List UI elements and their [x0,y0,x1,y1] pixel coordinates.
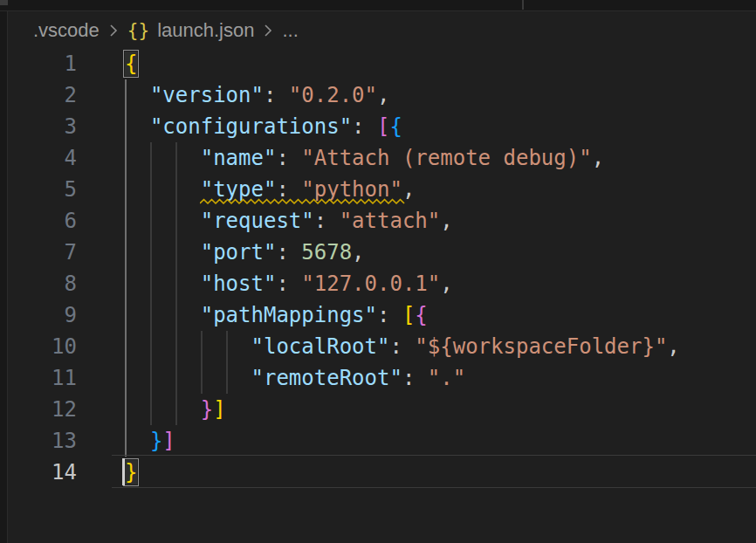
code-line[interactable]: 3 "configurations": [{ [9,111,756,142]
line-content: "configurations": [{ [125,111,402,142]
line-number[interactable]: 13 [9,425,77,457]
line-content: "localRoot": "${workspaceFolder}", [125,331,680,362]
line-content: { [125,48,137,79]
code-line[interactable]: 6 "request": "attach", [9,205,756,237]
code-line[interactable]: 1{ [9,48,756,79]
line-content: "remoteRoot": "." [125,362,465,394]
window-chrome-fragment [0,0,8,5]
code-line[interactable]: 12 }] [9,394,756,425]
line-content: "host": "127.0.0.1", [125,268,453,299]
breadcrumb-folder[interactable]: .vscode [33,19,100,42]
code-editor[interactable]: 1{2 "version": "0.2.0",3 "configurations… [9,48,756,488]
line-content: }] [125,425,175,457]
sidebar-edge [0,11,8,543]
line-number[interactable]: 9 [9,299,77,331]
json-braces-icon: {} [127,20,149,41]
line-number[interactable]: 10 [9,331,77,362]
breadcrumb: .vscode {} launch.json ... [33,17,299,45]
warning-squiggle [200,197,406,206]
code-line[interactable]: 10 "localRoot": "${workspaceFolder}", [9,331,756,362]
line-number[interactable]: 2 [9,79,77,111]
code-line[interactable]: 7 "port": 5678, [9,237,756,268]
line-number[interactable]: 7 [9,237,77,268]
code-line[interactable]: 11 "remoteRoot": "." [9,362,756,394]
chevron-right-icon [107,21,120,40]
line-content: "name": "Attach (remote debug)", [125,142,604,174]
line-number[interactable]: 11 [9,362,77,394]
vscode-window: .vscode {} launch.json ... 1{2 "version"… [0,0,756,543]
editor-tab-bar[interactable] [0,0,756,11]
line-content: } [125,457,137,488]
matched-bracket: { [125,52,137,76]
code-line[interactable]: 2 "version": "0.2.0", [9,79,756,111]
line-number[interactable]: 3 [9,111,77,142]
matched-bracket: } [125,460,137,485]
code-line[interactable]: 13 }] [9,425,756,457]
line-content: "version": "0.2.0", [125,79,389,111]
line-number[interactable]: 6 [9,205,77,237]
code-line[interactable]: 4 "name": "Attach (remote debug)", [9,142,756,174]
breadcrumb-file[interactable]: launch.json [157,19,254,42]
code-line[interactable]: 8 "host": "127.0.0.1", [9,268,756,299]
line-content: "port": 5678, [125,237,365,268]
line-number[interactable]: 1 [9,48,77,79]
line-number[interactable]: 5 [9,174,77,205]
line-content: "pathMappings": [{ [125,299,428,331]
text-cursor [122,458,125,485]
line-number[interactable]: 12 [9,394,77,425]
breadcrumb-symbol[interactable]: ... [282,19,298,42]
tab-divider [522,0,524,10]
line-content: "request": "attach", [125,205,453,237]
line-number[interactable]: 14 [9,457,77,488]
code-line[interactable]: 9 "pathMappings": [{ [9,299,756,331]
chevron-right-icon [262,21,274,40]
code-line[interactable]: 14} [9,457,756,488]
line-number[interactable]: 4 [9,142,77,174]
line-number[interactable]: 8 [9,268,77,299]
line-content: }] [125,394,226,425]
